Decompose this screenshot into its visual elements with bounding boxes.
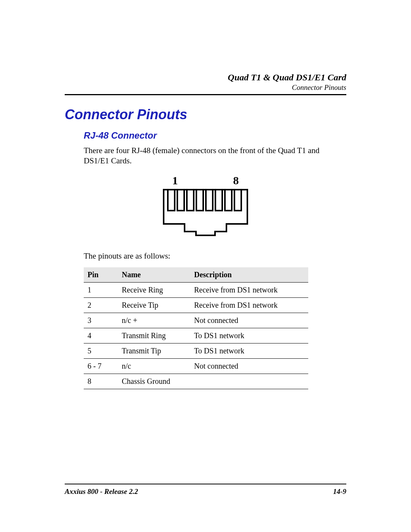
cell-pin: 1 bbox=[84, 282, 118, 297]
header-subtitle: Connector Pinouts bbox=[65, 83, 346, 92]
cell-desc bbox=[190, 374, 308, 389]
cell-name: n/c bbox=[118, 358, 190, 374]
footer-right: 14-9 bbox=[333, 487, 346, 496]
page-header: Quad T1 & Quad DS1/E1 Card Connector Pin… bbox=[65, 72, 346, 92]
header-title: Quad T1 & Quad DS1/E1 Card bbox=[65, 72, 346, 83]
rj48-connector-icon bbox=[162, 188, 249, 237]
col-pin: Pin bbox=[84, 267, 118, 283]
pin-label-8: 8 bbox=[233, 174, 239, 187]
cell-pin: 4 bbox=[84, 328, 118, 343]
cell-desc: Receive from DS1 network bbox=[190, 297, 308, 313]
page: Quad T1 & Quad DS1/E1 Card Connector Pin… bbox=[0, 0, 411, 532]
cell-desc: Receive from DS1 network bbox=[190, 282, 308, 297]
section-heading: Connector Pinouts bbox=[65, 107, 346, 123]
svg-rect-2 bbox=[187, 190, 194, 211]
rj48-diagram: 1 8 bbox=[65, 174, 346, 237]
cell-desc: To DS1 network bbox=[190, 343, 308, 358]
cell-desc: To DS1 network bbox=[190, 328, 308, 343]
table-row: 2 Receive Tip Receive from DS1 network bbox=[84, 297, 308, 313]
svg-rect-1 bbox=[177, 190, 184, 211]
cell-desc: Not connected bbox=[190, 313, 308, 328]
cell-pin: 6 - 7 bbox=[84, 358, 118, 374]
intro-text: There are four RJ-48 (female) connectors… bbox=[65, 145, 346, 166]
table-intro-text: The pinouts are as follows: bbox=[65, 251, 346, 261]
svg-rect-3 bbox=[196, 190, 203, 211]
svg-rect-6 bbox=[225, 190, 232, 211]
cell-name: Receive Ring bbox=[118, 282, 190, 297]
cell-pin: 8 bbox=[84, 374, 118, 389]
cell-pin: 3 bbox=[84, 313, 118, 328]
pinout-table: Pin Name Description 1 Receive Ring Rece… bbox=[84, 267, 308, 389]
cell-name: Transmit Ring bbox=[118, 328, 190, 343]
table-row: 3 n/c + Not connected bbox=[84, 313, 308, 328]
svg-rect-0 bbox=[168, 190, 175, 211]
footer-rule bbox=[65, 484, 346, 484]
pin-number-labels: 1 8 bbox=[65, 174, 346, 187]
cell-pin: 2 bbox=[84, 297, 118, 313]
subsection-heading: RJ-48 Connector bbox=[65, 130, 346, 141]
table-row: 6 - 7 n/c Not connected bbox=[84, 358, 308, 374]
svg-rect-7 bbox=[234, 190, 241, 211]
table-row: 8 Chassis Ground bbox=[84, 374, 308, 389]
page-footer: Axxius 800 - Release 2.2 14-9 bbox=[65, 484, 346, 496]
col-name: Name bbox=[118, 267, 190, 283]
pin-label-1: 1 bbox=[172, 174, 178, 187]
cell-name: Chassis Ground bbox=[118, 374, 190, 389]
svg-rect-5 bbox=[215, 190, 222, 211]
cell-pin: 5 bbox=[84, 343, 118, 358]
table-row: 5 Transmit Tip To DS1 network bbox=[84, 343, 308, 358]
svg-rect-4 bbox=[206, 190, 213, 211]
cell-name: Transmit Tip bbox=[118, 343, 190, 358]
col-description: Description bbox=[190, 267, 308, 283]
table-row: 4 Transmit Ring To DS1 network bbox=[84, 328, 308, 343]
table-header-row: Pin Name Description bbox=[84, 267, 308, 283]
cell-desc: Not connected bbox=[190, 358, 308, 374]
header-rule bbox=[65, 94, 346, 95]
footer-row: Axxius 800 - Release 2.2 14-9 bbox=[65, 487, 346, 496]
footer-left: Axxius 800 - Release 2.2 bbox=[65, 487, 138, 496]
cell-name: Receive Tip bbox=[118, 297, 190, 313]
table-row: 1 Receive Ring Receive from DS1 network bbox=[84, 282, 308, 297]
cell-name: n/c + bbox=[118, 313, 190, 328]
